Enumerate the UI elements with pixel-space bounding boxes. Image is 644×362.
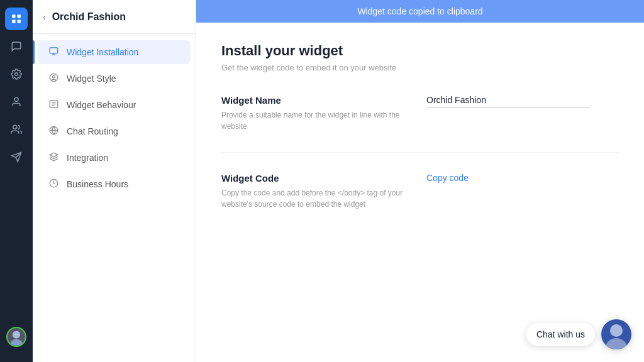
svg-point-10 <box>13 331 20 338</box>
widget-style-icon <box>48 73 59 84</box>
svg-point-15 <box>52 75 55 78</box>
svg-rect-3 <box>18 20 21 23</box>
chat-avatar[interactable] <box>601 319 631 349</box>
widget-name-section: Widget Name Provide a suitable name for … <box>221 95 619 153</box>
sidebar-item-widget-installation[interactable]: Widget Installation <box>38 40 191 64</box>
page-subtitle: Get the widget code to embed it on your … <box>221 63 619 72</box>
nav-icon-chat[interactable] <box>5 35 28 58</box>
sidebar-item-label: Widget Installation <box>67 47 138 57</box>
widget-name-label: Widget Name <box>221 95 414 106</box>
sidebar-navigation: Widget Installation Widget Style Widget … <box>33 34 196 202</box>
sidebar-item-widget-style[interactable]: Widget Style <box>38 67 191 90</box>
svg-point-4 <box>15 73 18 76</box>
svg-rect-1 <box>18 14 21 18</box>
chat-widget[interactable]: Chat with us <box>526 319 631 349</box>
widget-code-section: Widget Code Copy the code and add before… <box>221 173 619 230</box>
nav-icon-dashboard[interactable] <box>5 8 28 30</box>
nav-icon-contacts[interactable] <box>5 90 28 113</box>
sidebar-item-label: Integration <box>67 153 108 163</box>
page-title: Install your widget <box>221 43 619 59</box>
svg-rect-0 <box>12 14 15 18</box>
svg-rect-2 <box>12 20 15 23</box>
widget-installation-icon <box>48 47 59 58</box>
sidebar-item-label: Chat Routing <box>67 126 118 136</box>
main-content: Widget code copied to clipboard Install … <box>196 0 644 362</box>
content-area: Install your widget Get the widget code … <box>196 23 644 362</box>
sidebar-item-chat-routing[interactable]: Chat Routing <box>38 119 191 143</box>
chat-label: Chat with us <box>526 323 595 346</box>
svg-point-23 <box>605 338 628 349</box>
nav-icon-settings[interactable] <box>5 63 28 85</box>
sidebar-item-integration[interactable]: Integration <box>38 146 191 170</box>
copy-code-button[interactable]: Copy code <box>426 173 469 183</box>
integration-icon <box>48 152 59 163</box>
user-avatar[interactable] <box>6 327 26 347</box>
svg-point-5 <box>14 97 18 101</box>
svg-rect-11 <box>50 48 58 53</box>
widget-behaviour-icon <box>48 99 59 111</box>
nav-icon-send[interactable] <box>5 146 28 168</box>
notification-bar: Widget code copied to clipboard <box>196 0 644 23</box>
back-button[interactable]: ‹ <box>43 12 46 22</box>
sidebar-item-business-hours[interactable]: Business Hours <box>38 172 191 196</box>
widget-name-desc: Provide a suitable name for the widget i… <box>221 109 414 132</box>
widget-name-value: Orchid Fashion <box>426 95 590 108</box>
svg-point-24 <box>610 324 623 337</box>
sidebar-item-label: Business Hours <box>67 179 128 189</box>
widget-code-label: Widget Code <box>221 173 414 184</box>
sidebar-item-label: Widget Style <box>67 74 116 84</box>
sidebar-header: ‹ Orchid Fashion <box>33 0 196 34</box>
sidebar-item-widget-behaviour[interactable]: Widget Behaviour <box>38 93 191 117</box>
svg-point-6 <box>13 125 17 129</box>
business-hours-icon <box>48 178 59 190</box>
sidebar: ‹ Orchid Fashion Widget Installation Wid… <box>33 0 196 362</box>
widget-code-desc: Copy the code and add before the </body>… <box>221 187 414 210</box>
sidebar-title: Orchid Fashion <box>52 11 126 23</box>
nav-icon-team[interactable] <box>5 118 28 141</box>
chat-routing-icon <box>48 126 59 137</box>
svg-point-9 <box>10 339 23 346</box>
icon-navigation <box>0 0 33 362</box>
sidebar-item-label: Widget Behaviour <box>67 100 136 110</box>
